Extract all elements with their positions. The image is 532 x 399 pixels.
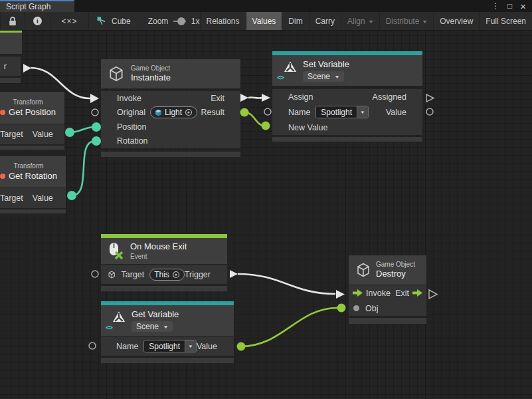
port-label-result: Result bbox=[201, 108, 224, 117]
port-setvariable-name-in[interactable] bbox=[264, 108, 271, 115]
node-title: Get Rotation bbox=[9, 171, 57, 182]
align-dropdown[interactable]: Align ▼ bbox=[341, 12, 380, 30]
code-icon: <×> bbox=[61, 17, 77, 26]
node-set-variable[interactable]: <> Set Variable Scene ▼ Assign Assigned … bbox=[272, 51, 422, 142]
wire-mouseexit-trigger-to-destroy-invoke[interactable] bbox=[238, 274, 335, 294]
window-menu-icon[interactable]: ⋮ bbox=[491, 2, 499, 10]
node-footer bbox=[101, 358, 234, 363]
wire-getvariable-value-to-destroy-obj[interactable] bbox=[241, 308, 337, 346]
wire-instantiate-result-to-setvariable-newvalue[interactable] bbox=[244, 112, 265, 126]
zoom-slider[interactable] bbox=[173, 21, 185, 22]
object-field-value: This bbox=[154, 270, 169, 279]
wire-getposition-value-to-instantiate-position[interactable] bbox=[70, 127, 95, 132]
port-setvariable-value-out[interactable] bbox=[426, 108, 433, 115]
node-instantiate[interactable]: Game Object Instantiate Invoke Exit Orig… bbox=[101, 59, 240, 157]
variable-scope-dropdown[interactable]: Scene ▼ bbox=[303, 71, 344, 82]
node-footer bbox=[101, 152, 240, 157]
node-get-rotation[interactable]: Transform Get Rotation Target Value bbox=[0, 156, 66, 213]
full-screen-button[interactable]: Full Screen bbox=[480, 12, 532, 30]
variable-icon: <> bbox=[278, 61, 297, 80]
port-instantiate-invoke-in[interactable] bbox=[90, 94, 99, 103]
port-getvariable-name-in[interactable] bbox=[89, 342, 96, 349]
port-getvariable-value-out[interactable] bbox=[237, 342, 246, 351]
transform-type-icon bbox=[0, 110, 5, 115]
node-category: Game Object bbox=[376, 260, 415, 269]
clipped-trigger-row: r bbox=[0, 57, 21, 76]
node-category: Transform bbox=[13, 98, 43, 106]
port-label-target: Target bbox=[121, 270, 144, 279]
chevron-down-icon[interactable]: ▼ bbox=[357, 106, 368, 118]
game-object-icon bbox=[155, 109, 162, 116]
port-mouseexit-target-in[interactable] bbox=[92, 271, 98, 277]
original-object-field[interactable]: Light bbox=[150, 106, 197, 118]
port-setvariable-assigned-out[interactable] bbox=[426, 94, 434, 102]
overview-button[interactable]: Overview bbox=[434, 12, 480, 30]
node-on-mouse-exit[interactable]: On Mouse Exit Event Target This bbox=[101, 234, 227, 291]
chevron-down-icon[interactable]: ▼ bbox=[185, 340, 196, 352]
port-label-exit: Exit bbox=[211, 94, 224, 103]
port-label-trigger: Trigger bbox=[185, 270, 211, 279]
port-instantiate-rotation-in[interactable] bbox=[92, 136, 101, 146]
port-destroy-obj-in[interactable] bbox=[337, 304, 346, 313]
port-label-obj: Obj bbox=[365, 304, 378, 313]
port-instantiate-result-out[interactable] bbox=[240, 108, 249, 117]
close-icon[interactable]: × bbox=[520, 1, 526, 11]
graph-canvas[interactable]: r Transform Get Position Target Value Tr… bbox=[0, 31, 532, 399]
port-label-value: Value bbox=[386, 108, 406, 117]
target-object-field[interactable]: This bbox=[149, 269, 185, 281]
object-picker-icon[interactable] bbox=[172, 271, 180, 279]
values-button[interactable]: Values bbox=[246, 12, 283, 30]
port-mouseexit-trigger-out[interactable] bbox=[230, 270, 238, 278]
port-setvariable-assign-in[interactable] bbox=[262, 94, 270, 102]
info-button[interactable]: i bbox=[25, 12, 50, 30]
node-footer bbox=[101, 286, 227, 291]
carry-button[interactable]: Carry bbox=[310, 12, 341, 30]
port-label-target: Target bbox=[0, 130, 23, 139]
code-view-button[interactable]: <×> bbox=[50, 12, 89, 30]
zoom-value: 1x bbox=[191, 17, 200, 26]
port-label-rotation: Rotation bbox=[117, 136, 148, 146]
port-instantiate-exit-out[interactable] bbox=[240, 94, 248, 102]
graph-breadcrumb[interactable]: Cube bbox=[97, 12, 131, 30]
wire-getrotation-value-to-instantiate-rotation[interactable] bbox=[72, 141, 95, 196]
port-label-name: Name bbox=[116, 342, 138, 351]
port-getposition-value-out[interactable] bbox=[65, 128, 74, 137]
object-picker-icon[interactable] bbox=[185, 108, 193, 116]
port-getrotation-value-out[interactable] bbox=[67, 191, 76, 200]
node-offscreen-event-fragment[interactable]: r bbox=[0, 31, 27, 84]
port-instantiate-position-in[interactable] bbox=[92, 122, 101, 132]
cube-icon bbox=[108, 270, 116, 279]
node-title: Get Variable bbox=[132, 309, 179, 320]
cube-icon bbox=[108, 65, 125, 82]
port-label-value: Value bbox=[33, 194, 53, 203]
port-setvariable-newvalue-in[interactable] bbox=[262, 122, 270, 130]
tab-script-graph[interactable]: Script Graph bbox=[0, 0, 74, 12]
lock-button[interactable] bbox=[0, 12, 25, 30]
port-destroy-invoke-in[interactable] bbox=[336, 290, 345, 299]
tab-title: Script Graph bbox=[6, 2, 50, 11]
value-dot-icon bbox=[353, 305, 359, 311]
node-get-position[interactable]: Transform Get Position Target Value bbox=[0, 92, 64, 150]
variable-name-dropdown[interactable]: Spotlight ▼ bbox=[315, 106, 369, 118]
node-title: On Mouse Exit bbox=[130, 241, 187, 252]
node-footer bbox=[0, 78, 21, 83]
variable-name-dropdown[interactable]: Spotlight ▼ bbox=[143, 340, 197, 352]
chevron-down-icon: ▼ bbox=[368, 19, 374, 24]
maximize-icon[interactable]: □ bbox=[507, 2, 512, 10]
port-instantiate-original-in[interactable] bbox=[92, 109, 98, 116]
distribute-dropdown[interactable]: Distribute ▼ bbox=[380, 12, 434, 30]
chevron-down-icon: ▼ bbox=[163, 325, 169, 329]
zoom-slider-handle[interactable] bbox=[177, 17, 185, 25]
port-label-name: Name bbox=[288, 108, 310, 117]
dim-button[interactable]: Dim bbox=[282, 12, 309, 30]
graph-name-label: Cube bbox=[112, 17, 131, 26]
relations-button[interactable]: Relations bbox=[200, 12, 246, 30]
port-destroy-exit-out[interactable] bbox=[429, 290, 437, 299]
wire-instantiate-exit-to-setvariable-assign[interactable] bbox=[248, 97, 262, 98]
object-field-value: Light bbox=[165, 108, 182, 117]
port-label-invoke: Invoke bbox=[366, 289, 391, 298]
node-destroy[interactable]: Game Object Destroy Invoke Exit Obj bbox=[349, 255, 426, 324]
node-title: Set Variable bbox=[303, 59, 349, 70]
node-get-variable[interactable]: <> Get Variable Scene ▼ Name Spotlight ▼… bbox=[101, 301, 234, 363]
variable-scope-dropdown[interactable]: Scene ▼ bbox=[132, 321, 173, 332]
